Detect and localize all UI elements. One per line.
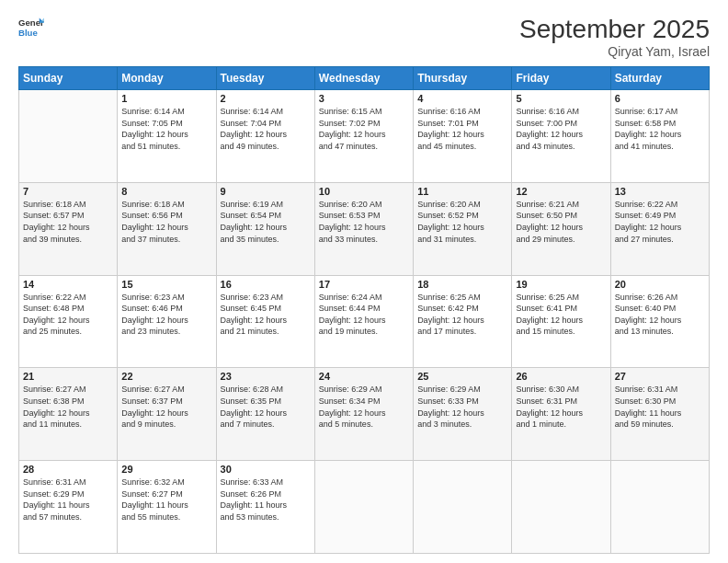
col-monday: Monday <box>118 67 216 90</box>
day-number: 14 <box>23 279 113 290</box>
day-number: 23 <box>221 371 311 382</box>
day-info: Sunrise: 6:19 AM Sunset: 6:54 PM Dayligh… <box>221 199 311 245</box>
calendar-cell: 27Sunrise: 6:31 AM Sunset: 6:30 PM Dayli… <box>610 368 709 461</box>
day-info: Sunrise: 6:25 AM Sunset: 6:42 PM Dayligh… <box>417 292 507 338</box>
col-saturday: Saturday <box>610 67 709 90</box>
day-info: Sunrise: 6:25 AM Sunset: 6:41 PM Dayligh… <box>516 292 606 338</box>
day-number: 3 <box>319 93 409 104</box>
col-tuesday: Tuesday <box>216 67 314 90</box>
calendar-cell: 30Sunrise: 6:33 AM Sunset: 6:26 PM Dayli… <box>216 461 314 554</box>
day-info: Sunrise: 6:20 AM Sunset: 6:52 PM Dayligh… <box>417 199 507 245</box>
col-wednesday: Wednesday <box>314 67 413 90</box>
calendar-cell: 29Sunrise: 6:32 AM Sunset: 6:27 PM Dayli… <box>118 461 216 554</box>
calendar-cell: 21Sunrise: 6:27 AM Sunset: 6:38 PM Dayli… <box>19 368 118 461</box>
calendar-cell: 13Sunrise: 6:22 AM Sunset: 6:49 PM Dayli… <box>610 182 709 275</box>
calendar-cell: 24Sunrise: 6:29 AM Sunset: 6:34 PM Dayli… <box>314 368 413 461</box>
day-number: 28 <box>23 464 113 475</box>
day-number: 8 <box>121 186 211 197</box>
day-info: Sunrise: 6:31 AM Sunset: 6:30 PM Dayligh… <box>615 384 705 430</box>
day-number: 16 <box>221 279 311 290</box>
day-info: Sunrise: 6:15 AM Sunset: 7:02 PM Dayligh… <box>319 106 409 152</box>
calendar-cell: 18Sunrise: 6:25 AM Sunset: 6:42 PM Dayli… <box>414 275 512 368</box>
day-number: 22 <box>121 371 211 382</box>
col-friday: Friday <box>512 67 610 90</box>
month-title: September 2025 <box>519 15 710 44</box>
day-info: Sunrise: 6:22 AM Sunset: 6:48 PM Dayligh… <box>23 292 113 338</box>
calendar-cell: 28Sunrise: 6:31 AM Sunset: 6:29 PM Dayli… <box>19 461 118 554</box>
calendar-cell: 14Sunrise: 6:22 AM Sunset: 6:48 PM Dayli… <box>19 275 118 368</box>
header: General Blue September 2025 Qiryat Yam, … <box>18 15 710 59</box>
day-info: Sunrise: 6:27 AM Sunset: 6:37 PM Dayligh… <box>121 384 211 430</box>
calendar-cell: 4Sunrise: 6:16 AM Sunset: 7:01 PM Daylig… <box>414 90 512 183</box>
calendar-cell: 26Sunrise: 6:30 AM Sunset: 6:31 PM Dayli… <box>512 368 610 461</box>
day-info: Sunrise: 6:18 AM Sunset: 6:57 PM Dayligh… <box>23 199 113 245</box>
day-number: 27 <box>615 371 705 382</box>
day-number: 6 <box>615 93 705 104</box>
day-number: 19 <box>516 279 606 290</box>
title-block: September 2025 Qiryat Yam, Israel <box>519 15 710 59</box>
day-info: Sunrise: 6:32 AM Sunset: 6:27 PM Dayligh… <box>121 477 211 523</box>
day-number: 11 <box>417 186 507 197</box>
calendar-week-2: 7Sunrise: 6:18 AM Sunset: 6:57 PM Daylig… <box>19 182 710 275</box>
day-number: 1 <box>121 93 211 104</box>
day-number: 24 <box>319 371 409 382</box>
calendar-cell: 25Sunrise: 6:29 AM Sunset: 6:33 PM Dayli… <box>414 368 512 461</box>
calendar-cell: 6Sunrise: 6:17 AM Sunset: 6:58 PM Daylig… <box>610 90 709 183</box>
day-info: Sunrise: 6:20 AM Sunset: 6:53 PM Dayligh… <box>319 199 409 245</box>
logo: General Blue <box>18 15 44 40</box>
day-info: Sunrise: 6:29 AM Sunset: 6:34 PM Dayligh… <box>319 384 409 430</box>
day-number: 26 <box>516 371 606 382</box>
day-info: Sunrise: 6:31 AM Sunset: 6:29 PM Dayligh… <box>23 477 113 523</box>
calendar-week-4: 21Sunrise: 6:27 AM Sunset: 6:38 PM Dayli… <box>19 368 710 461</box>
day-info: Sunrise: 6:30 AM Sunset: 6:31 PM Dayligh… <box>516 384 606 430</box>
day-number: 2 <box>221 93 311 104</box>
day-number: 29 <box>121 464 211 475</box>
calendar-cell <box>512 461 610 554</box>
calendar-cell: 11Sunrise: 6:20 AM Sunset: 6:52 PM Dayli… <box>414 182 512 275</box>
calendar-cell: 10Sunrise: 6:20 AM Sunset: 6:53 PM Dayli… <box>314 182 413 275</box>
calendar-cell: 7Sunrise: 6:18 AM Sunset: 6:57 PM Daylig… <box>19 182 118 275</box>
day-info: Sunrise: 6:16 AM Sunset: 7:00 PM Dayligh… <box>516 106 606 152</box>
day-info: Sunrise: 6:29 AM Sunset: 6:33 PM Dayligh… <box>417 384 507 430</box>
col-sunday: Sunday <box>19 67 118 90</box>
svg-text:Blue: Blue <box>18 28 38 38</box>
day-info: Sunrise: 6:33 AM Sunset: 6:26 PM Dayligh… <box>221 477 311 523</box>
day-number: 13 <box>615 186 705 197</box>
header-row: Sunday Monday Tuesday Wednesday Thursday… <box>19 67 710 90</box>
calendar-cell <box>414 461 512 554</box>
day-number: 4 <box>417 93 507 104</box>
calendar-cell: 8Sunrise: 6:18 AM Sunset: 6:56 PM Daylig… <box>118 182 216 275</box>
calendar-cell: 5Sunrise: 6:16 AM Sunset: 7:00 PM Daylig… <box>512 90 610 183</box>
day-info: Sunrise: 6:14 AM Sunset: 7:05 PM Dayligh… <box>121 106 211 152</box>
day-number: 17 <box>319 279 409 290</box>
calendar-cell <box>19 90 118 183</box>
day-info: Sunrise: 6:27 AM Sunset: 6:38 PM Dayligh… <box>23 384 113 430</box>
calendar-week-1: 1Sunrise: 6:14 AM Sunset: 7:05 PM Daylig… <box>19 90 710 183</box>
day-number: 18 <box>417 279 507 290</box>
day-info: Sunrise: 6:24 AM Sunset: 6:44 PM Dayligh… <box>319 292 409 338</box>
calendar-cell: 22Sunrise: 6:27 AM Sunset: 6:37 PM Dayli… <box>118 368 216 461</box>
day-info: Sunrise: 6:18 AM Sunset: 6:56 PM Dayligh… <box>121 199 211 245</box>
calendar-cell: 9Sunrise: 6:19 AM Sunset: 6:54 PM Daylig… <box>216 182 314 275</box>
calendar-cell: 1Sunrise: 6:14 AM Sunset: 7:05 PM Daylig… <box>118 90 216 183</box>
calendar-cell: 2Sunrise: 6:14 AM Sunset: 7:04 PM Daylig… <box>216 90 314 183</box>
calendar-cell <box>610 461 709 554</box>
calendar-cell <box>314 461 413 554</box>
location: Qiryat Yam, Israel <box>519 44 710 59</box>
col-thursday: Thursday <box>414 67 512 90</box>
day-number: 5 <box>516 93 606 104</box>
day-number: 12 <box>516 186 606 197</box>
day-info: Sunrise: 6:23 AM Sunset: 6:46 PM Dayligh… <box>121 292 211 338</box>
calendar-cell: 16Sunrise: 6:23 AM Sunset: 6:45 PM Dayli… <box>216 275 314 368</box>
day-info: Sunrise: 6:22 AM Sunset: 6:49 PM Dayligh… <box>615 199 705 245</box>
day-info: Sunrise: 6:17 AM Sunset: 6:58 PM Dayligh… <box>615 106 705 152</box>
day-number: 30 <box>221 464 311 475</box>
calendar-cell: 17Sunrise: 6:24 AM Sunset: 6:44 PM Dayli… <box>314 275 413 368</box>
logo-icon: General Blue <box>18 15 44 40</box>
calendar-cell: 20Sunrise: 6:26 AM Sunset: 6:40 PM Dayli… <box>610 275 709 368</box>
page: General Blue September 2025 Qiryat Yam, … <box>0 0 728 563</box>
day-info: Sunrise: 6:14 AM Sunset: 7:04 PM Dayligh… <box>221 106 311 152</box>
day-info: Sunrise: 6:23 AM Sunset: 6:45 PM Dayligh… <box>221 292 311 338</box>
day-info: Sunrise: 6:26 AM Sunset: 6:40 PM Dayligh… <box>615 292 705 338</box>
calendar-cell: 23Sunrise: 6:28 AM Sunset: 6:35 PM Dayli… <box>216 368 314 461</box>
